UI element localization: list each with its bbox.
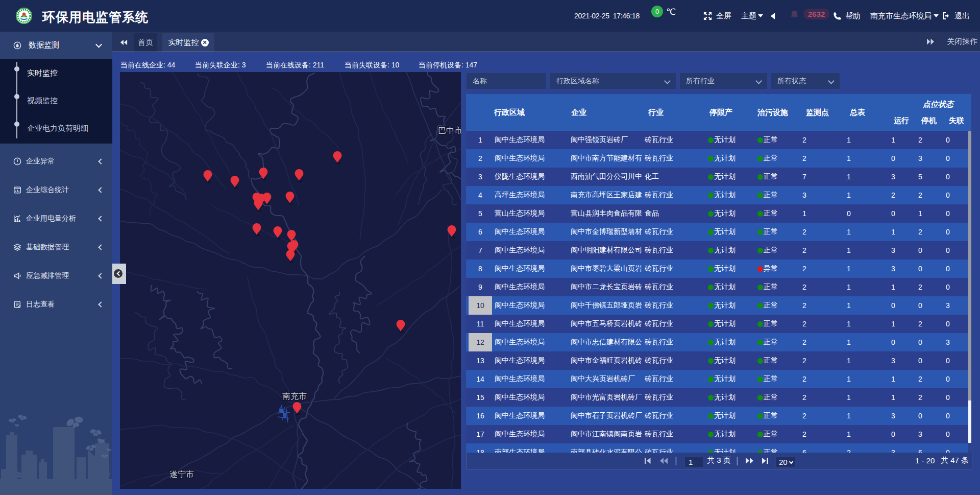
svg-text:遂宁市: 遂宁市 [169, 470, 194, 479]
svg-text:南充市: 南充市 [282, 392, 307, 400]
svg-text:巴中市: 巴中市 [438, 126, 461, 135]
